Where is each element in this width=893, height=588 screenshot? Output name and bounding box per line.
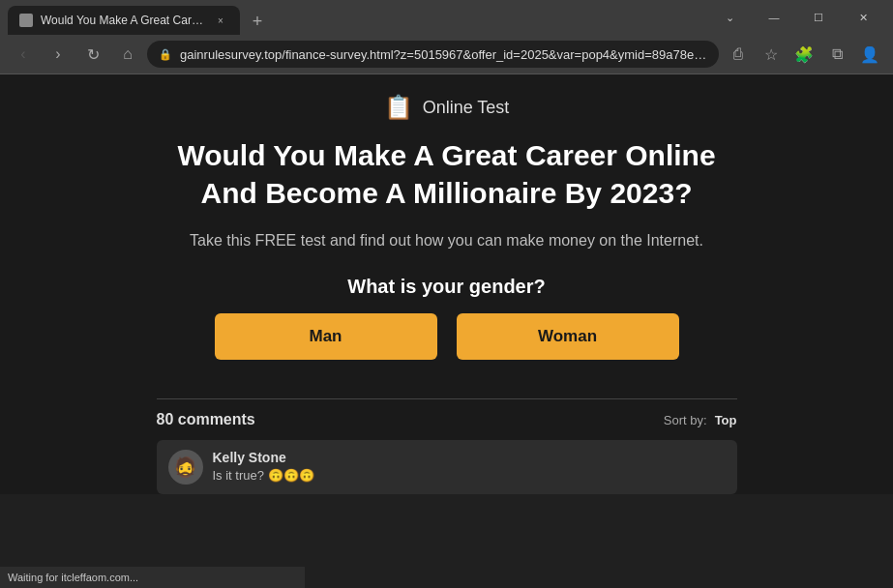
- tab-title: Would You Make A Great Career: [41, 14, 205, 27]
- address-bar[interactable]: 🔒 gainrulesurvey.top/finance-survey.html…: [147, 41, 719, 68]
- notepad-icon: 📋: [384, 94, 413, 121]
- header-label: Online Test: [423, 98, 510, 118]
- minimize-button[interactable]: —: [752, 0, 796, 35]
- window-controls: ⌄ — ☐ ✕: [707, 0, 885, 35]
- comment-text: Is it true? 🙃🙃🙃: [213, 468, 314, 483]
- maximize-button[interactable]: ☐: [796, 0, 841, 35]
- sort-by: Sort by: Top: [664, 413, 737, 427]
- active-tab[interactable]: Would You Make A Great Career ×: [8, 6, 240, 35]
- tab-favicon: [19, 14, 33, 27]
- man-button[interactable]: Man: [215, 313, 437, 360]
- home-button[interactable]: ⌂: [112, 39, 143, 70]
- status-bar: Waiting for itcleffaom.com...: [0, 567, 305, 588]
- sort-label: Sort by:: [664, 413, 707, 427]
- browser-chrome: Would You Make A Great Career × + ⌄ — ☐ …: [0, 0, 893, 74]
- comments-section: 80 comments Sort by: Top 🧔 Kelly Stone I…: [157, 398, 737, 494]
- forward-button[interactable]: ›: [43, 39, 74, 70]
- online-test-header: 📋 Online Test: [384, 94, 510, 121]
- tab-close-button[interactable]: ×: [213, 13, 228, 28]
- refresh-button[interactable]: ↻: [77, 39, 108, 70]
- comment-body: Kelly Stone Is it true? 🙃🙃🙃: [213, 450, 314, 483]
- nav-bar: ‹ › ↻ ⌂ 🔒 gainrulesurvey.top/finance-sur…: [0, 35, 893, 74]
- address-text: gainrulesurvey.top/finance-survey.html?z…: [180, 47, 707, 62]
- chevron-down-button[interactable]: ⌄: [707, 0, 752, 35]
- bookmark-icon[interactable]: ☆: [756, 39, 787, 70]
- profile-icon[interactable]: 👤: [854, 39, 885, 70]
- comments-count: 80 comments: [157, 411, 255, 428]
- comment-author: Kelly Stone: [213, 450, 314, 465]
- main-heading: Would You Make A Great Career Online And…: [157, 136, 737, 212]
- comments-header: 80 comments Sort by: Top: [157, 411, 737, 428]
- gender-question: What is your gender?: [347, 276, 545, 298]
- share-icon[interactable]: ⎙: [723, 39, 754, 70]
- back-button[interactable]: ‹: [8, 39, 39, 70]
- lock-icon: 🔒: [159, 48, 172, 61]
- tab-bar: Would You Make A Great Career × + ⌄ — ☐ …: [0, 0, 893, 35]
- split-view-icon[interactable]: ⧉: [821, 39, 852, 70]
- close-window-button[interactable]: ✕: [841, 0, 885, 35]
- nav-actions: ⎙ ☆ 🧩 ⧉ 👤: [723, 39, 885, 70]
- avatar: 🧔: [168, 450, 203, 485]
- status-text: Waiting for itcleffaom.com...: [8, 572, 138, 583]
- comment-item: 🧔 Kelly Stone Is it true? 🙃🙃🙃: [157, 440, 737, 494]
- sort-value[interactable]: Top: [715, 413, 737, 427]
- page-content: 📋 Online Test Would You Make A Great Car…: [0, 74, 893, 494]
- new-tab-button[interactable]: +: [244, 8, 271, 35]
- gender-buttons: Man Woman: [215, 313, 679, 360]
- extension-icon[interactable]: 🧩: [789, 39, 819, 70]
- woman-button[interactable]: Woman: [457, 313, 679, 360]
- subtitle: Take this FREE test and find out how you…: [190, 229, 703, 252]
